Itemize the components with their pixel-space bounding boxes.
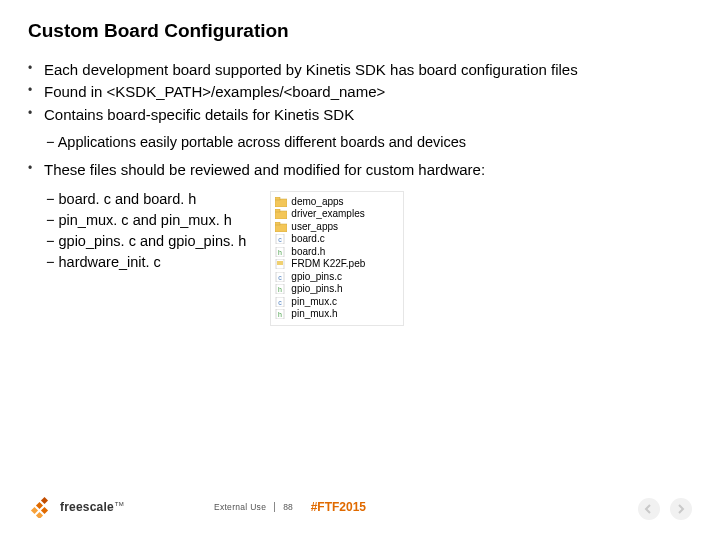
file-row: h board.h [275,246,397,259]
c-file-icon: c [275,272,287,282]
bullet-item: Each development board supported by Kine… [28,60,692,80]
file-sub-item: hardware_init. c [46,252,246,273]
bullet-item: Contains board-specific details for Kine… [28,105,692,125]
svg-text:h: h [278,249,282,256]
file-row: h gpio_pins.h [275,283,397,296]
file-name: gpio_pins.h [291,283,342,296]
h-file-icon: h [275,284,287,294]
h-file-icon: h [275,247,287,257]
logo-text: freescale [60,500,114,514]
file-name: gpio_pins.c [291,271,342,284]
footer-divider [274,502,275,512]
folder-icon [275,197,287,207]
svg-rect-1 [275,197,280,200]
svg-rect-5 [275,222,280,225]
file-name: board.h [291,246,325,259]
file-sublist: board. c and board. h pin_mux. c and pin… [46,189,246,273]
svg-text:h: h [278,311,282,318]
svg-rect-21 [36,502,43,509]
file-row: c pin_mux.c [275,296,397,309]
file-name: FRDM K22F.peb [291,258,365,271]
file-row: user_apps [275,221,397,234]
svg-rect-24 [41,507,48,514]
file-name: pin_mux.h [291,308,337,321]
nav-prev-button[interactable] [638,498,660,520]
svg-text:h: h [278,286,282,293]
file-row: c board.c [275,233,397,246]
file-name: user_apps [291,221,338,234]
svg-rect-3 [275,209,280,212]
bullet-item: These files should be reviewed and modif… [28,160,692,180]
nav-next-button[interactable] [670,498,692,520]
svg-rect-23 [36,512,43,518]
file-sub-item: board. c and board. h [46,189,246,210]
svg-rect-20 [31,507,38,514]
svg-rect-22 [41,497,48,504]
external-use-label: External Use [214,502,266,512]
page-title: Custom Board Configuration [28,20,692,42]
event-hashtag: #FTF2015 [311,500,366,514]
trademark-symbol: TM [115,501,124,507]
freescale-logo-icon [28,496,54,518]
sub-bullet-portable: Applications easily portable across diff… [46,133,692,153]
file-row: FRDM K22F.peb [275,258,397,271]
file-sub-item: pin_mux. c and pin_mux. h [46,210,246,231]
file-listing-panel: demo_apps driver_examples user_apps c bo… [270,191,404,326]
file-row: h pin_mux.h [275,308,397,321]
nav-controls [638,498,692,520]
chevron-right-icon [676,504,686,514]
bullet-item: Found in <KSDK_PATH>/examples/<board_nam… [28,82,692,102]
svg-text:c: c [279,299,283,306]
c-file-icon: c [275,234,287,244]
folder-icon [275,209,287,219]
file-row: driver_examples [275,208,397,221]
file-row: demo_apps [275,196,397,209]
h-file-icon: h [275,309,287,319]
chevron-left-icon [644,504,654,514]
freescale-logo: freescaleTM [28,496,124,518]
file-name: driver_examples [291,208,364,221]
file-name: demo_apps [291,196,343,209]
bullet-list-1: Each development board supported by Kine… [28,60,692,125]
file-sub-item: gpio_pins. c and gpio_pins. h [46,231,246,252]
file-row: c gpio_pins.c [275,271,397,284]
bullet-list-2: These files should be reviewed and modif… [28,160,692,180]
svg-rect-11 [277,261,283,265]
svg-text:c: c [279,236,283,243]
slide-footer: freescaleTM External Use 88 #FTF2015 [28,496,692,518]
file-name: pin_mux.c [291,296,337,309]
svg-text:c: c [279,274,283,281]
page-number: 88 [283,502,292,512]
file-name: board.c [291,233,324,246]
folder-icon [275,222,287,232]
c-file-icon: c [275,297,287,307]
peb-file-icon [275,259,287,269]
